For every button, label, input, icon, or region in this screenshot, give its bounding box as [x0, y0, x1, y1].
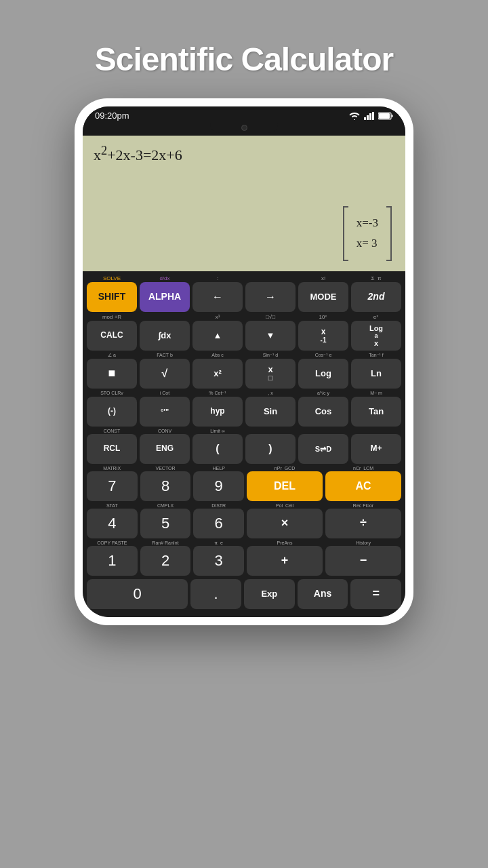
keypad: SOLVE d/dx : x! Σ π SHIFT ALPHA ← → MODE… — [83, 271, 405, 617]
equals-button[interactable]: = — [350, 579, 401, 609]
page-title: Scientific Calculator — [95, 41, 393, 78]
sub-distr: DISTR — [193, 503, 244, 508]
sub-angle: ∠ a — [87, 353, 137, 358]
sub-xfact: x! — [298, 275, 348, 281]
svg-rect-2 — [369, 113, 371, 120]
dms-button[interactable]: °'" — [140, 397, 190, 427]
x-inverse-button[interactable]: x-1 — [298, 321, 348, 351]
eight-button[interactable]: 8 — [140, 471, 191, 501]
sub-matrix: MATRIX — [87, 466, 138, 471]
ans-button[interactable]: Ans — [298, 579, 348, 609]
sub-mminus: M− m — [351, 391, 401, 396]
sd-button[interactable]: S⇌D — [298, 434, 348, 464]
tan-button[interactable]: Tan — [351, 397, 401, 427]
decimal-button[interactable]: . — [190, 579, 241, 609]
exp-button[interactable]: Exp — [244, 579, 295, 609]
sub-history: History — [325, 540, 401, 545]
sub-empty4 — [298, 429, 348, 433]
x-power-button[interactable]: x□ — [245, 359, 296, 389]
sub-comma: , x — [245, 391, 296, 396]
sub-sigma: Σ π — [351, 275, 401, 281]
sub-abs: Abs c — [192, 353, 243, 358]
down-arrow-button[interactable]: ▼ — [245, 321, 296, 351]
right-arrow-button[interactable]: → — [245, 282, 296, 312]
sin-button[interactable]: Sin — [245, 397, 296, 427]
x-squared-button[interactable]: x² — [192, 359, 243, 389]
sub-colon: : — [192, 275, 243, 281]
svg-rect-0 — [364, 117, 366, 120]
four-button[interactable]: 4 — [87, 509, 138, 538]
sub-stat: STAT — [87, 503, 138, 508]
integral-button[interactable]: ∫dx — [140, 321, 190, 351]
sub-pct: % Cot⁻¹ — [192, 391, 243, 396]
cos-button[interactable]: Cos — [298, 397, 348, 427]
wifi-icon — [348, 112, 361, 120]
close-paren-button[interactable]: ) — [245, 434, 296, 464]
display-result: x=-3 x= 3 — [343, 206, 392, 261]
sub-const: CONST — [87, 429, 137, 433]
svg-rect-1 — [367, 115, 369, 120]
svg-rect-5 — [379, 113, 390, 119]
sub-cot: i Cot — [140, 391, 190, 396]
sub-ex: eˣ — [351, 314, 401, 320]
five-button[interactable]: 5 — [140, 509, 191, 538]
up-arrow-button[interactable]: ▲ — [192, 321, 243, 351]
sub-ran: Ran# RanInt — [140, 540, 191, 545]
sub-fact: FACT b — [140, 353, 190, 358]
three-button[interactable]: 3 — [193, 546, 244, 576]
log-button[interactable]: Log — [298, 359, 348, 389]
fraction-button[interactable]: ■ — [87, 359, 137, 389]
alpha-button[interactable]: ALPHA — [140, 282, 190, 312]
sub-vector: VECTOR — [140, 466, 191, 471]
two-button[interactable]: 2 — [140, 546, 191, 576]
zero-button[interactable]: 0 — [87, 579, 188, 609]
hyp-button[interactable]: hyp — [192, 397, 243, 427]
loga-button[interactable]: Logax — [351, 321, 401, 351]
minus-button[interactable]: − — [325, 546, 401, 576]
sub-ab: aᵇ/c y — [298, 391, 348, 396]
one-button[interactable]: 1 — [87, 546, 138, 576]
sub-mod: mod +R — [87, 314, 137, 320]
seven-button[interactable]: 7 — [87, 471, 138, 501]
second-button[interactable]: 2nd — [351, 282, 401, 312]
eng-button[interactable]: ENG — [140, 434, 190, 464]
rcl-button[interactable]: RCL — [87, 434, 137, 464]
mplus-button[interactable]: M+ — [351, 434, 401, 464]
sub-pi: π e — [193, 540, 244, 545]
plus-button[interactable]: + — [247, 546, 323, 576]
mode-button[interactable]: MODE — [298, 282, 348, 312]
sub-sin1: Sin⁻¹ d — [245, 353, 296, 358]
sub-ddx: d/dx — [140, 275, 190, 281]
left-arrow-button[interactable]: ← — [192, 282, 243, 312]
sub-rec: Rec Floor — [325, 503, 401, 508]
calculator-display: x2+2x-3=2x+6 x=-3 x= 3 — [83, 136, 405, 271]
sub-sto: STO CLRv — [87, 391, 137, 396]
sub-cmplx: CMPLX — [140, 503, 191, 508]
sub-solve: SOLVE — [87, 275, 137, 281]
sub-nsqrt: □√□ — [245, 314, 296, 320]
sub-empty5 — [351, 429, 401, 433]
sqrt-button[interactable]: √ — [140, 359, 190, 389]
six-button[interactable]: 6 — [193, 509, 244, 538]
calc-button[interactable]: CALC — [87, 321, 137, 351]
status-time: 09:20pm — [95, 111, 129, 121]
ln-button[interactable]: Ln — [351, 359, 401, 389]
result-line2: x= 3 — [357, 233, 378, 254]
negate-button[interactable]: (-) — [87, 397, 137, 427]
sub-10x: 10ˣ — [298, 314, 348, 320]
sub-npr: nPr GCD — [247, 466, 323, 471]
sub-copy: COPY PASTE — [87, 540, 138, 545]
divide-button[interactable]: ÷ — [325, 509, 401, 538]
del-button[interactable]: DEL — [247, 471, 323, 501]
ac-button[interactable]: AC — [325, 471, 401, 501]
open-paren-button[interactable]: ( — [192, 434, 243, 464]
sub-limit: Limit ∞ — [192, 429, 243, 433]
multiply-button[interactable]: × — [247, 509, 323, 538]
sub-ncr: nCr LCM — [325, 466, 401, 471]
svg-rect-6 — [392, 115, 393, 117]
sub-empty3 — [245, 429, 296, 433]
shift-button[interactable]: SHIFT — [87, 282, 137, 312]
battery-icon — [378, 112, 393, 120]
phone-frame: 09:20pm x2+2x-3=2x+6 x=-3 — [75, 98, 413, 625]
nine-button[interactable]: 9 — [193, 471, 244, 501]
